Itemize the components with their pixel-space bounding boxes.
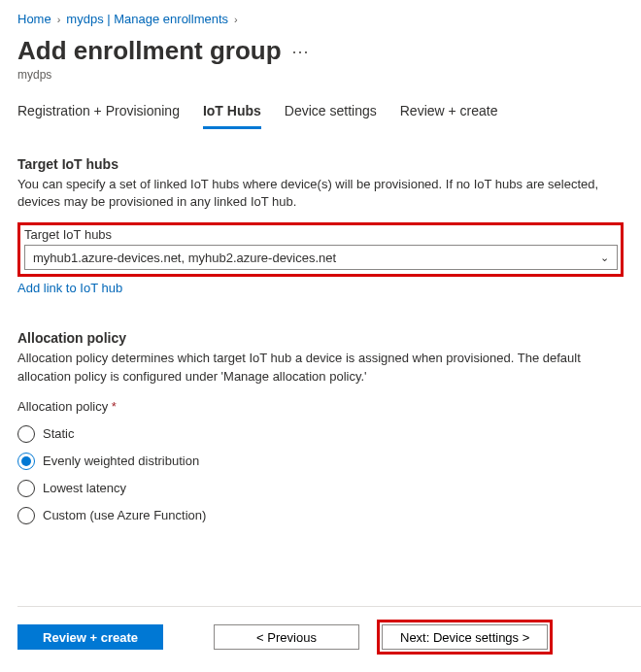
target-hubs-dropdown[interactable]: myhub1.azure-devices.net, myhub2.azure-d… bbox=[24, 245, 618, 270]
radio-custom[interactable]: Custom (use Azure Function) bbox=[17, 507, 624, 524]
tab-device-settings[interactable]: Device settings bbox=[285, 103, 377, 129]
breadcrumb: Home › mydps | Manage enrollments › bbox=[17, 12, 624, 26]
allocation-policy-label: Allocation policy bbox=[17, 399, 108, 414]
tabs: Registration + Provisioning IoT Hubs Dev… bbox=[17, 103, 624, 129]
add-link-iot-hub[interactable]: Add link to IoT hub bbox=[17, 281, 122, 295]
tab-registration-provisioning[interactable]: Registration + Provisioning bbox=[17, 103, 180, 129]
radio-icon bbox=[17, 425, 35, 443]
section-description: Allocation policy determines which targe… bbox=[17, 350, 624, 385]
radio-label: Lowest latency bbox=[43, 481, 126, 495]
radio-icon bbox=[17, 453, 35, 470]
radio-evenly-weighted[interactable]: Evenly weighted distribution bbox=[17, 453, 624, 470]
radio-label: Static bbox=[43, 426, 75, 441]
section-allocation-policy: Allocation policy Allocation policy dete… bbox=[17, 330, 624, 523]
next-button-highlight: Next: Device settings > bbox=[377, 620, 553, 655]
radio-label: Custom (use Azure Function) bbox=[43, 508, 206, 522]
allocation-policy-radio-group: Static Evenly weighted distribution Lowe… bbox=[17, 425, 624, 524]
previous-button[interactable]: < Previous bbox=[214, 624, 359, 650]
section-heading: Allocation policy bbox=[17, 330, 624, 346]
target-hubs-value: myhub1.azure-devices.net, myhub2.azure-d… bbox=[33, 251, 336, 265]
radio-label: Evenly weighted distribution bbox=[43, 454, 199, 468]
target-hubs-highlight: Target IoT hubs myhub1.azure-devices.net… bbox=[17, 222, 624, 277]
radio-icon bbox=[17, 507, 35, 524]
radio-icon bbox=[17, 480, 35, 497]
breadcrumb-dps[interactable]: mydps | Manage enrollments bbox=[66, 12, 228, 26]
next-device-settings-button[interactable]: Next: Device settings > bbox=[382, 624, 548, 650]
more-actions-button[interactable]: ⋯ bbox=[291, 41, 310, 62]
section-heading: Target IoT hubs bbox=[17, 156, 624, 172]
required-indicator: * bbox=[112, 399, 117, 414]
radio-static[interactable]: Static bbox=[17, 425, 624, 443]
chevron-down-icon: ⌄ bbox=[600, 252, 609, 264]
tab-iot-hubs[interactable]: IoT Hubs bbox=[203, 103, 261, 129]
tab-review-create[interactable]: Review + create bbox=[400, 103, 498, 129]
section-description: You can specify a set of linked IoT hubs… bbox=[17, 176, 624, 211]
chevron-right-icon: › bbox=[234, 14, 238, 25]
review-create-button[interactable]: Review + create bbox=[17, 624, 163, 650]
section-target-iot-hubs: Target IoT hubs You can specify a set of… bbox=[17, 156, 624, 295]
footer-bar: Review + create < Previous Next: Device … bbox=[0, 606, 641, 672]
breadcrumb-home[interactable]: Home bbox=[17, 12, 51, 26]
chevron-right-icon: › bbox=[57, 14, 61, 25]
page-title: Add enrollment group bbox=[17, 36, 282, 66]
page-subtitle: mydps bbox=[17, 68, 624, 82]
radio-lowest-latency[interactable]: Lowest latency bbox=[17, 480, 624, 497]
target-hubs-label: Target IoT hubs bbox=[24, 227, 618, 242]
